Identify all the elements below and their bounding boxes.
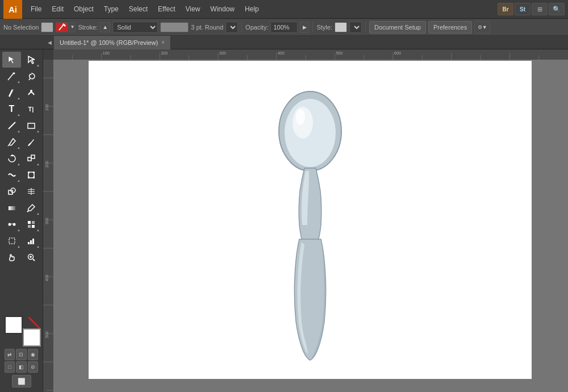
style-label: Style:	[316, 24, 332, 31]
scale-tool[interactable]: ▲	[22, 151, 40, 166]
svg-line-0	[59, 24, 64, 30]
tool-row-12: ▲ ▲	[2, 233, 40, 249]
fill-color-swatch[interactable]	[41, 22, 53, 32]
document-tab[interactable]: Untitled-1* @ 100% (RGB/Preview) ×	[54, 36, 171, 49]
svg-text:100: 100	[45, 104, 49, 111]
svg-rect-25	[28, 221, 31, 224]
mesh-tool[interactable]	[22, 184, 40, 199]
selection-tool[interactable]	[2, 52, 21, 68]
stroke-style-select[interactable]: Solid	[112, 22, 158, 33]
spoon-illustration	[273, 72, 347, 368]
svg-rect-13	[28, 172, 30, 173]
svg-text:100: 100	[103, 51, 110, 56]
svg-point-23	[8, 223, 11, 226]
extra-icon-row: □ ◧ ⊘	[5, 361, 38, 373]
svg-rect-32	[32, 239, 34, 244]
foreground-color-swatch[interactable]	[5, 316, 23, 334]
vertical-ruler: 100 200 300 400 500	[43, 49, 53, 392]
eyedropper-tool[interactable]: ▲	[22, 200, 40, 216]
pencil-tool[interactable]: ▲	[2, 134, 21, 150]
selection-label: No Selection	[3, 24, 39, 31]
menu-select[interactable]: Select	[125, 4, 152, 14]
touch-type-tool[interactable]: T|	[22, 101, 40, 117]
graph-tool[interactable]: ▲	[22, 233, 40, 249]
draw-mode-normal[interactable]: □	[5, 361, 15, 373]
tool-row-8: ▲	[2, 167, 40, 183]
pen-tool[interactable]: ▲	[2, 85, 21, 101]
swap-colors-btn[interactable]: ⇄	[5, 349, 15, 360]
document-setup-button[interactable]: Document Setup	[369, 21, 426, 34]
style-select[interactable]: ▼	[349, 22, 362, 33]
svg-text:400: 400	[45, 274, 49, 281]
svg-rect-11	[31, 155, 35, 159]
shape-builder-tool[interactable]	[2, 184, 21, 199]
none-indicator	[28, 317, 40, 328]
menu-help[interactable]: Help	[241, 4, 263, 14]
tab-close-button[interactable]: ×	[161, 39, 165, 45]
stock-icon[interactable]: St	[515, 3, 531, 15]
pt-select[interactable]: ▼	[225, 22, 238, 33]
brush-tool-icon[interactable]	[56, 22, 68, 32]
draw-mode-inside[interactable]: ⊘	[28, 361, 38, 373]
workspace-icon[interactable]: ⊞	[532, 3, 548, 15]
artboard-tool[interactable]: ▲	[2, 233, 21, 249]
free-transform-tool[interactable]	[22, 167, 40, 183]
search-icon[interactable]: 🔍	[549, 3, 565, 15]
change-screen-mode-btn[interactable]: ⬜	[12, 375, 31, 387]
svg-text:300: 300	[219, 51, 226, 56]
warp-tool[interactable]: ▲	[2, 167, 21, 183]
svg-text:200: 200	[161, 51, 168, 56]
svg-point-24	[12, 223, 15, 226]
default-colors-btn[interactable]: ⊡	[16, 349, 26, 360]
bridge-icon[interactable]: Br	[498, 3, 513, 15]
tool-row-2: ▲	[2, 68, 40, 84]
svg-text:600: 600	[394, 51, 401, 56]
svg-line-6	[9, 122, 15, 129]
svg-rect-14	[33, 172, 35, 173]
magic-wand-tool[interactable]: ▲	[2, 68, 21, 84]
menu-view[interactable]: View	[182, 4, 204, 14]
line-segment-tool[interactable]: ▲	[2, 118, 21, 134]
paintbrush-tool[interactable]	[22, 134, 40, 150]
opacity-expand[interactable]: ▶	[300, 22, 309, 33]
svg-point-5	[30, 90, 32, 92]
lasso-tool[interactable]	[22, 68, 40, 84]
main-layout: ▲ ▲ ▲ T ▲	[0, 49, 568, 392]
stroke-label: Stroke:	[78, 24, 98, 31]
live-paint-tool[interactable]: ▲	[22, 216, 40, 232]
opacity-input[interactable]	[270, 22, 298, 33]
curvature-tool[interactable]	[22, 85, 40, 101]
fg-bg-swatches	[5, 316, 41, 347]
direct-selection-tool[interactable]: ▲	[22, 52, 40, 68]
hand-tool[interactable]	[2, 249, 21, 265]
zoom-tool[interactable]	[22, 249, 40, 265]
type-tool[interactable]: T ▲	[2, 101, 21, 117]
menu-type[interactable]: Type	[100, 4, 123, 14]
menu-edit[interactable]: Edit	[48, 4, 68, 14]
gradient-tool[interactable]	[2, 200, 21, 216]
rectangle-tool[interactable]: ▲	[22, 118, 40, 134]
color-mode-btn[interactable]: ◉	[28, 349, 38, 360]
preferences-button[interactable]: Preferences	[428, 21, 472, 34]
canvas-document[interactable]	[89, 61, 532, 379]
svg-line-34	[33, 259, 35, 261]
style-swatch[interactable]	[335, 22, 347, 32]
horizontal-ruler: 100 200 300 400 500 600	[43, 49, 568, 60]
menu-file[interactable]: File	[27, 4, 45, 14]
rotate-tool[interactable]: ▲	[2, 151, 21, 166]
stroke-up-arrow[interactable]: ▲	[100, 22, 110, 32]
svg-rect-29	[9, 238, 15, 244]
menu-object[interactable]: Object	[70, 4, 98, 14]
menu-window[interactable]: Window	[206, 4, 239, 14]
menu-effect[interactable]: Effect	[154, 4, 179, 14]
tab-scroll-arrow[interactable]: ◀	[45, 36, 54, 49]
extra-options-btn[interactable]: ⚙▼	[474, 21, 490, 34]
svg-rect-15	[28, 177, 30, 178]
blend-tool[interactable]: ▲	[2, 216, 21, 232]
background-color-swatch[interactable]	[23, 328, 41, 347]
canvas-area[interactable]: 100 200 300 400 500 600	[43, 49, 568, 392]
brush-dropdown[interactable]: ▼	[69, 22, 76, 32]
draw-mode-behind[interactable]: ◧	[16, 361, 26, 373]
svg-text:500: 500	[45, 331, 49, 338]
ruler-corner	[43, 49, 53, 60]
